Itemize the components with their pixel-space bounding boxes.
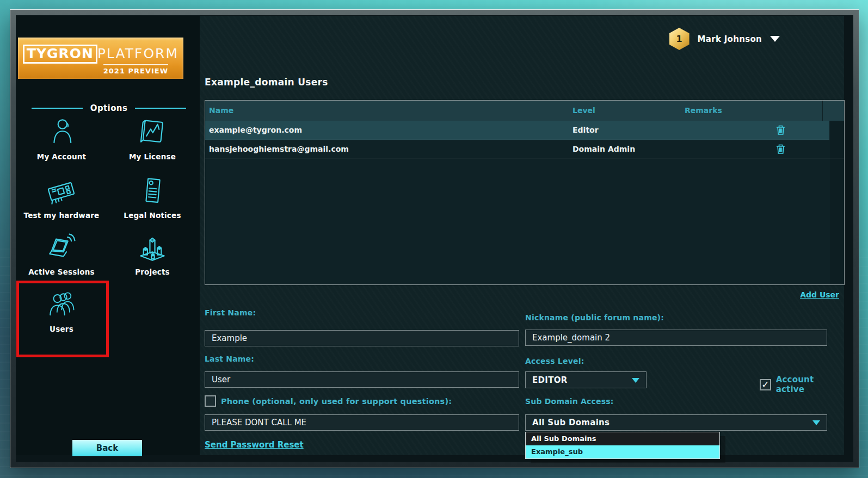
trash-icon[interactable] (775, 144, 786, 154)
dropdown-option[interactable]: Example_sub (526, 445, 719, 458)
sidebar-item-label: Legal Notices (112, 211, 193, 220)
table-row[interactable]: example@tygron.com Editor (205, 121, 829, 140)
last-name-field[interactable] (205, 371, 519, 388)
sub-domain-access-label: Sub Domain Access: (525, 397, 614, 406)
user-name: Mark Johnson (698, 34, 762, 44)
user-level-badge: 1 (669, 28, 690, 50)
tygron-logo: TYGRONPLATFORM 2021 PREVIEW (18, 38, 183, 79)
sidebar-item-label: My License (112, 152, 193, 161)
sidebar-item-legal-notices[interactable]: Legal Notices (112, 176, 193, 220)
sub-domain-dropdown-list: All Sub Domains Example_sub (525, 432, 720, 459)
back-button[interactable]: Back (72, 440, 142, 456)
page-title: Example_domain Users (205, 77, 328, 88)
account-active-row: Account active (760, 375, 844, 394)
access-level-value: EDITOR (532, 375, 568, 385)
first-name-label: First Name: (205, 308, 256, 317)
options-title: Options (90, 103, 128, 113)
user-level-number: 1 (676, 34, 682, 44)
app-window: TYGRONPLATFORM 2021 PREVIEW Options (10, 9, 859, 468)
divider-line (32, 108, 83, 109)
nickname-label: Nickname (public forum name): (525, 313, 664, 322)
logo-brand-light: PLATFORM (97, 46, 178, 62)
options-section-header: Options (32, 103, 186, 113)
logo-brand-bold: TYGRON (23, 45, 97, 64)
sub-domain-select[interactable]: All Sub Domains (525, 414, 827, 431)
add-user-link[interactable]: Add User (800, 290, 839, 299)
sidebar-item-projects[interactable]: Projects (112, 232, 193, 276)
document-icon (136, 176, 169, 207)
last-name-label: Last Name: (205, 355, 254, 363)
dropdown-option[interactable]: All Sub Domains (526, 432, 719, 445)
nickname-field[interactable] (525, 330, 827, 346)
cell-level: Domain Admin (572, 140, 635, 158)
sidebar-item-label: Active Sessions (21, 268, 102, 276)
sidebar-item-label: Projects (112, 268, 193, 276)
account-active-label: Account active (776, 375, 844, 394)
table-header: Name Level Remarks (205, 101, 844, 121)
trash-icon[interactable] (775, 125, 786, 135)
sidebar-item-label: Test my hardware (21, 211, 102, 220)
sidebar: TYGRONPLATFORM 2021 PREVIEW Options (16, 16, 200, 455)
app-window-content: TYGRONPLATFORM 2021 PREVIEW Options (16, 15, 853, 462)
sidebar-item-active-sessions[interactable]: Active Sessions (21, 232, 102, 276)
phone-checkbox-row: Phone (optional, only used for support q… (205, 395, 452, 407)
account-active-checkbox[interactable] (760, 379, 771, 390)
cell-name: hansjehooghiemstra@gmail.com (209, 140, 349, 158)
divider-line (135, 108, 186, 109)
screen: TYGRONPLATFORM 2021 PREVIEW Options (0, 0, 868, 478)
chevron-down-icon (812, 420, 820, 425)
phone-checkbox[interactable] (205, 395, 216, 407)
cell-level: Editor (572, 121, 599, 139)
main-panel: 1 Mark Johnson Example_domain Users Name… (200, 16, 844, 455)
access-level-label: Access Level: (525, 357, 584, 365)
first-name-field[interactable] (205, 330, 519, 346)
column-header-name: Name (209, 101, 233, 121)
sidebar-item-my-account[interactable]: My Account (21, 117, 102, 161)
access-level-select[interactable]: EDITOR (525, 371, 647, 388)
users-table: Name Level Remarks example@tygron.com Ed… (205, 100, 845, 285)
sidebar-item-test-my-hardware[interactable]: Test my hardware (21, 176, 102, 220)
table-row[interactable]: hansjehooghiemstra@gmail.com Domain Admi… (205, 140, 844, 159)
chevron-down-icon (632, 378, 639, 383)
phone-field[interactable] (205, 414, 519, 431)
selection-highlight-box (16, 281, 109, 357)
license-chart-icon (136, 117, 169, 148)
logo-subtitle: 2021 PREVIEW (103, 64, 168, 75)
user-menu[interactable]: 1 Mark Johnson (669, 28, 780, 50)
isometric-city-icon (136, 232, 169, 264)
laptop-wifi-icon (45, 232, 78, 264)
person-icon (45, 117, 78, 148)
sub-domain-value: All Sub Domains (532, 418, 610, 427)
column-header-remarks: Remarks (685, 101, 722, 121)
header-divider (822, 101, 823, 121)
column-header-level: Level (572, 101, 595, 121)
circuit-board-icon (45, 176, 78, 207)
cell-name: example@tygron.com (209, 121, 302, 139)
sidebar-item-my-license[interactable]: My License (112, 117, 193, 161)
chevron-down-icon (770, 36, 780, 42)
send-password-reset-link[interactable]: Send Password Reset (205, 440, 304, 450)
sidebar-item-label: My Account (21, 152, 102, 161)
phone-label: Phone (optional, only used for support q… (221, 397, 452, 406)
